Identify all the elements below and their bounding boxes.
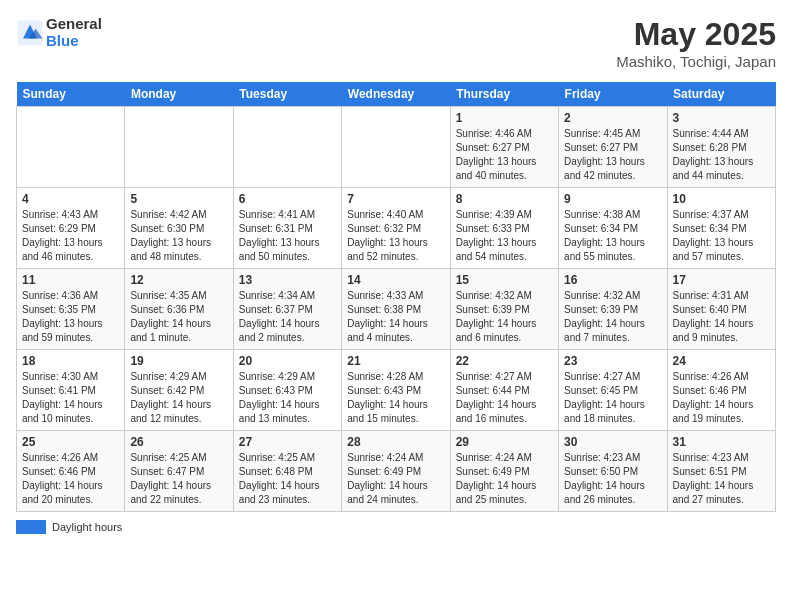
calendar-cell [125, 107, 233, 188]
day-info: Sunrise: 4:30 AM Sunset: 6:41 PM Dayligh… [22, 370, 119, 426]
day-number: 29 [456, 435, 553, 449]
column-header-monday: Monday [125, 82, 233, 107]
day-info: Sunrise: 4:31 AM Sunset: 6:40 PM Dayligh… [673, 289, 770, 345]
day-number: 10 [673, 192, 770, 206]
calendar-cell: 1Sunrise: 4:46 AM Sunset: 6:27 PM Daylig… [450, 107, 558, 188]
legend-label: Daylight hours [52, 521, 122, 533]
column-header-saturday: Saturday [667, 82, 775, 107]
legend: Daylight hours [16, 520, 776, 534]
day-number: 7 [347, 192, 444, 206]
day-number: 9 [564, 192, 661, 206]
day-info: Sunrise: 4:25 AM Sunset: 6:47 PM Dayligh… [130, 451, 227, 507]
day-info: Sunrise: 4:38 AM Sunset: 6:34 PM Dayligh… [564, 208, 661, 264]
calendar-cell: 19Sunrise: 4:29 AM Sunset: 6:42 PM Dayli… [125, 350, 233, 431]
day-number: 17 [673, 273, 770, 287]
calendar-week-3: 11Sunrise: 4:36 AM Sunset: 6:35 PM Dayli… [17, 269, 776, 350]
calendar-cell: 14Sunrise: 4:33 AM Sunset: 6:38 PM Dayli… [342, 269, 450, 350]
column-header-wednesday: Wednesday [342, 82, 450, 107]
day-number: 5 [130, 192, 227, 206]
calendar-cell [233, 107, 341, 188]
logo-icon [16, 19, 44, 47]
column-header-thursday: Thursday [450, 82, 558, 107]
calendar-cell: 2Sunrise: 4:45 AM Sunset: 6:27 PM Daylig… [559, 107, 667, 188]
day-info: Sunrise: 4:32 AM Sunset: 6:39 PM Dayligh… [564, 289, 661, 345]
calendar-cell: 17Sunrise: 4:31 AM Sunset: 6:40 PM Dayli… [667, 269, 775, 350]
day-number: 19 [130, 354, 227, 368]
calendar-week-5: 25Sunrise: 4:26 AM Sunset: 6:46 PM Dayli… [17, 431, 776, 512]
calendar-cell: 20Sunrise: 4:29 AM Sunset: 6:43 PM Dayli… [233, 350, 341, 431]
day-number: 8 [456, 192, 553, 206]
day-number: 22 [456, 354, 553, 368]
calendar-cell: 12Sunrise: 4:35 AM Sunset: 6:36 PM Dayli… [125, 269, 233, 350]
calendar-cell: 11Sunrise: 4:36 AM Sunset: 6:35 PM Dayli… [17, 269, 125, 350]
calendar-cell: 7Sunrise: 4:40 AM Sunset: 6:32 PM Daylig… [342, 188, 450, 269]
logo: General Blue [16, 16, 102, 49]
column-header-friday: Friday [559, 82, 667, 107]
day-number: 14 [347, 273, 444, 287]
calendar-week-1: 1Sunrise: 4:46 AM Sunset: 6:27 PM Daylig… [17, 107, 776, 188]
day-number: 16 [564, 273, 661, 287]
day-number: 26 [130, 435, 227, 449]
logo-line1: General [46, 16, 102, 33]
calendar-cell: 9Sunrise: 4:38 AM Sunset: 6:34 PM Daylig… [559, 188, 667, 269]
day-info: Sunrise: 4:23 AM Sunset: 6:51 PM Dayligh… [673, 451, 770, 507]
calendar-cell: 3Sunrise: 4:44 AM Sunset: 6:28 PM Daylig… [667, 107, 775, 188]
day-number: 24 [673, 354, 770, 368]
calendar-cell: 31Sunrise: 4:23 AM Sunset: 6:51 PM Dayli… [667, 431, 775, 512]
day-info: Sunrise: 4:45 AM Sunset: 6:27 PM Dayligh… [564, 127, 661, 183]
day-info: Sunrise: 4:29 AM Sunset: 6:42 PM Dayligh… [130, 370, 227, 426]
calendar-cell [17, 107, 125, 188]
day-info: Sunrise: 4:46 AM Sunset: 6:27 PM Dayligh… [456, 127, 553, 183]
day-info: Sunrise: 4:27 AM Sunset: 6:44 PM Dayligh… [456, 370, 553, 426]
day-info: Sunrise: 4:35 AM Sunset: 6:36 PM Dayligh… [130, 289, 227, 345]
calendar-week-4: 18Sunrise: 4:30 AM Sunset: 6:41 PM Dayli… [17, 350, 776, 431]
day-info: Sunrise: 4:28 AM Sunset: 6:43 PM Dayligh… [347, 370, 444, 426]
day-number: 1 [456, 111, 553, 125]
day-number: 6 [239, 192, 336, 206]
day-number: 30 [564, 435, 661, 449]
day-info: Sunrise: 4:26 AM Sunset: 6:46 PM Dayligh… [22, 451, 119, 507]
day-info: Sunrise: 4:41 AM Sunset: 6:31 PM Dayligh… [239, 208, 336, 264]
day-info: Sunrise: 4:43 AM Sunset: 6:29 PM Dayligh… [22, 208, 119, 264]
day-number: 25 [22, 435, 119, 449]
calendar-cell: 26Sunrise: 4:25 AM Sunset: 6:47 PM Dayli… [125, 431, 233, 512]
column-header-sunday: Sunday [17, 82, 125, 107]
day-number: 13 [239, 273, 336, 287]
calendar-cell: 6Sunrise: 4:41 AM Sunset: 6:31 PM Daylig… [233, 188, 341, 269]
calendar-cell: 8Sunrise: 4:39 AM Sunset: 6:33 PM Daylig… [450, 188, 558, 269]
calendar-cell: 27Sunrise: 4:25 AM Sunset: 6:48 PM Dayli… [233, 431, 341, 512]
day-info: Sunrise: 4:42 AM Sunset: 6:30 PM Dayligh… [130, 208, 227, 264]
calendar-cell: 28Sunrise: 4:24 AM Sunset: 6:49 PM Dayli… [342, 431, 450, 512]
page-subtitle: Mashiko, Tochigi, Japan [616, 53, 776, 70]
day-info: Sunrise: 4:29 AM Sunset: 6:43 PM Dayligh… [239, 370, 336, 426]
calendar-cell: 30Sunrise: 4:23 AM Sunset: 6:50 PM Dayli… [559, 431, 667, 512]
day-info: Sunrise: 4:27 AM Sunset: 6:45 PM Dayligh… [564, 370, 661, 426]
day-number: 28 [347, 435, 444, 449]
calendar-cell: 29Sunrise: 4:24 AM Sunset: 6:49 PM Dayli… [450, 431, 558, 512]
calendar-cell: 15Sunrise: 4:32 AM Sunset: 6:39 PM Dayli… [450, 269, 558, 350]
day-number: 27 [239, 435, 336, 449]
column-header-tuesday: Tuesday [233, 82, 341, 107]
day-info: Sunrise: 4:26 AM Sunset: 6:46 PM Dayligh… [673, 370, 770, 426]
calendar-cell: 13Sunrise: 4:34 AM Sunset: 6:37 PM Dayli… [233, 269, 341, 350]
day-number: 21 [347, 354, 444, 368]
calendar-cell: 5Sunrise: 4:42 AM Sunset: 6:30 PM Daylig… [125, 188, 233, 269]
calendar-cell: 24Sunrise: 4:26 AM Sunset: 6:46 PM Dayli… [667, 350, 775, 431]
day-number: 23 [564, 354, 661, 368]
day-number: 18 [22, 354, 119, 368]
calendar-cell: 23Sunrise: 4:27 AM Sunset: 6:45 PM Dayli… [559, 350, 667, 431]
calendar-week-2: 4Sunrise: 4:43 AM Sunset: 6:29 PM Daylig… [17, 188, 776, 269]
day-info: Sunrise: 4:34 AM Sunset: 6:37 PM Dayligh… [239, 289, 336, 345]
legend-color-box [16, 520, 46, 534]
day-info: Sunrise: 4:39 AM Sunset: 6:33 PM Dayligh… [456, 208, 553, 264]
day-number: 11 [22, 273, 119, 287]
day-info: Sunrise: 4:23 AM Sunset: 6:50 PM Dayligh… [564, 451, 661, 507]
calendar-cell [342, 107, 450, 188]
day-info: Sunrise: 4:40 AM Sunset: 6:32 PM Dayligh… [347, 208, 444, 264]
day-number: 3 [673, 111, 770, 125]
day-number: 2 [564, 111, 661, 125]
calendar-cell: 18Sunrise: 4:30 AM Sunset: 6:41 PM Dayli… [17, 350, 125, 431]
title-block: May 2025 Mashiko, Tochigi, Japan [616, 16, 776, 70]
day-info: Sunrise: 4:25 AM Sunset: 6:48 PM Dayligh… [239, 451, 336, 507]
calendar-cell: 4Sunrise: 4:43 AM Sunset: 6:29 PM Daylig… [17, 188, 125, 269]
